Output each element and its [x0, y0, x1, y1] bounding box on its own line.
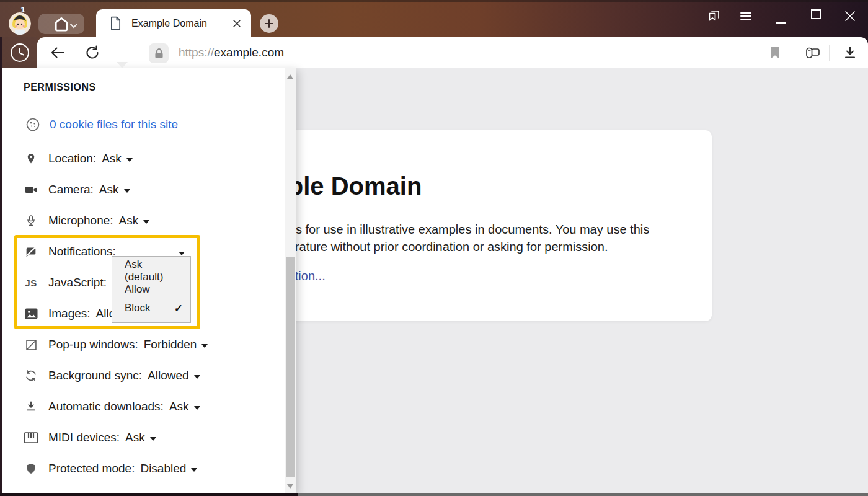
shield-icon [24, 461, 38, 476]
menu-item-block[interactable]: Block ✓ [112, 299, 190, 317]
tab-example-domain[interactable]: Example Domain [96, 9, 251, 37]
popup-anchor-notch [117, 62, 128, 68]
scroll-down-arrow-icon[interactable] [287, 484, 293, 489]
auto-download-icon [24, 399, 38, 414]
back-button[interactable] [50, 45, 66, 61]
collections-button[interactable] [706, 8, 722, 24]
passwords-icon [804, 45, 823, 61]
menu-button[interactable] [740, 8, 756, 24]
dropdown-caret[interactable] [194, 375, 200, 379]
dropdown-caret[interactable] [179, 252, 185, 255]
location-pin-icon [24, 151, 38, 166]
permission-row-auto-downloads: Automatic downloads: Ask [24, 399, 200, 415]
tab-counter-house-icon [53, 16, 70, 33]
image-icon [24, 306, 38, 321]
minimize-button[interactable] [776, 22, 786, 24]
permission-row-midi: MIDI devices: Ask [24, 430, 156, 446]
back-arrow-icon [50, 45, 66, 61]
dropdown-caret[interactable] [194, 406, 200, 410]
javascript-icon: JS [24, 275, 38, 290]
browser-window: Example Domain This domain is for use in… [0, 0, 868, 496]
window-left-edge [0, 37, 2, 496]
navigation-toolbar: https://example.com [37, 37, 868, 68]
permission-row-location: Location: Ask [24, 151, 133, 167]
menu-item-ask-default[interactable]: Ask (default) [112, 262, 190, 280]
close-icon [844, 10, 856, 22]
dropdown-caret[interactable] [191, 468, 197, 472]
history-button[interactable] [9, 42, 30, 63]
midi-keys-icon [24, 430, 38, 445]
collections-icon [706, 8, 722, 24]
permission-row-microphone: Microphone: Ask [24, 213, 149, 229]
popup-blocked-icon [24, 337, 38, 352]
sync-icon [24, 368, 38, 383]
dropdown-caret[interactable] [143, 220, 149, 224]
cookie-files-link[interactable]: 0 cookie files for this site [50, 118, 178, 131]
url-host: example.com [214, 46, 284, 59]
chevron-down-icon[interactable] [69, 20, 78, 31]
reload-icon [84, 45, 100, 61]
download-icon [842, 45, 858, 61]
close-window-button[interactable] [842, 8, 858, 24]
site-permissions-button[interactable] [149, 43, 169, 63]
check-icon: ✓ [174, 302, 183, 315]
maximize-button[interactable] [811, 9, 821, 19]
reload-button[interactable] [84, 45, 100, 61]
notifications-muted-icon [24, 244, 38, 259]
sidebar-strip [0, 37, 37, 68]
tab-title: Example Domain [131, 18, 232, 29]
permission-row-popups: Pop-up windows: Forbidden [24, 337, 208, 353]
titlebar-divider [91, 16, 91, 32]
window-bottom-edge-gray [298, 493, 868, 496]
bookmark-icon [769, 45, 781, 60]
plus-icon [264, 19, 274, 29]
microphone-icon [24, 213, 38, 228]
notifications-dropdown-menu: Ask (default) Allow Block ✓ [112, 256, 191, 323]
tab-close-icon[interactable] [232, 19, 241, 28]
document-icon [110, 16, 122, 30]
cookie-icon [25, 117, 41, 133]
clock-icon [10, 43, 30, 63]
sidebar-tools-button[interactable] [804, 45, 820, 61]
dropdown-caret[interactable] [126, 158, 133, 162]
panel-scrollbar[interactable] [285, 68, 296, 494]
panel-title: PERMISSIONS [24, 82, 96, 93]
toolbar-divider [829, 45, 830, 61]
cookie-files-row[interactable]: 0 cookie files for this site [25, 117, 178, 133]
bookmark-button[interactable] [769, 45, 785, 61]
dropdown-caret[interactable] [202, 344, 208, 348]
permission-row-protected-mode: Protected mode: Disabled [24, 461, 197, 477]
address-bar[interactable]: https://example.com [179, 46, 284, 60]
url-scheme: https:// [179, 46, 214, 59]
dropdown-caret[interactable] [150, 437, 156, 441]
scrollbar-thumb[interactable] [286, 257, 295, 477]
tab-counter-value: 1 [15, 5, 31, 14]
camera-icon [24, 182, 38, 197]
downloads-button[interactable] [842, 45, 858, 61]
window-bottom-edge-dark [0, 493, 298, 496]
lock-icon [153, 47, 165, 60]
new-tab-button[interactable] [260, 14, 278, 33]
permission-row-camera: Camera: Ask [24, 182, 130, 198]
permission-row-background-sync: Background sync: Allowed [24, 368, 200, 384]
profile-avatar[interactable] [9, 12, 31, 35]
dropdown-caret[interactable] [124, 189, 130, 193]
scroll-up-arrow-icon[interactable] [287, 74, 293, 79]
